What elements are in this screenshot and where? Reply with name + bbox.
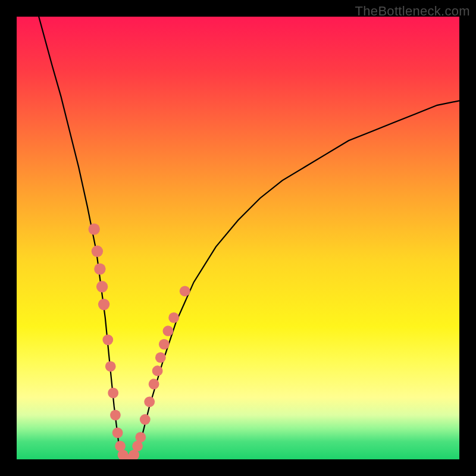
curve-marker: [152, 365, 163, 376]
plot-area: [17, 17, 459, 459]
curve-marker: [135, 432, 146, 443]
curve-marker: [89, 223, 100, 234]
curve-marker: [96, 281, 108, 292]
curve-marker: [163, 325, 174, 336]
curve-marker: [110, 410, 121, 421]
curve-marker: [94, 263, 105, 274]
curve-marker: [155, 352, 166, 363]
curve-markers: [89, 223, 190, 459]
curve-marker: [108, 388, 118, 399]
curve-marker: [112, 428, 123, 439]
curve-marker: [168, 312, 179, 323]
curve-marker: [98, 299, 109, 310]
curve-marker: [159, 339, 170, 350]
bottleneck-curve: [39, 17, 459, 459]
curve-svg: [17, 17, 459, 459]
chart-container: TheBottleneck.com: [0, 0, 476, 476]
curve-marker: [92, 246, 103, 257]
curve-marker: [149, 379, 159, 390]
curve-marker: [140, 414, 151, 425]
curve-marker: [105, 361, 116, 372]
curve-marker: [144, 396, 155, 407]
curve-marker: [102, 334, 113, 345]
curve-marker: [180, 286, 190, 296]
